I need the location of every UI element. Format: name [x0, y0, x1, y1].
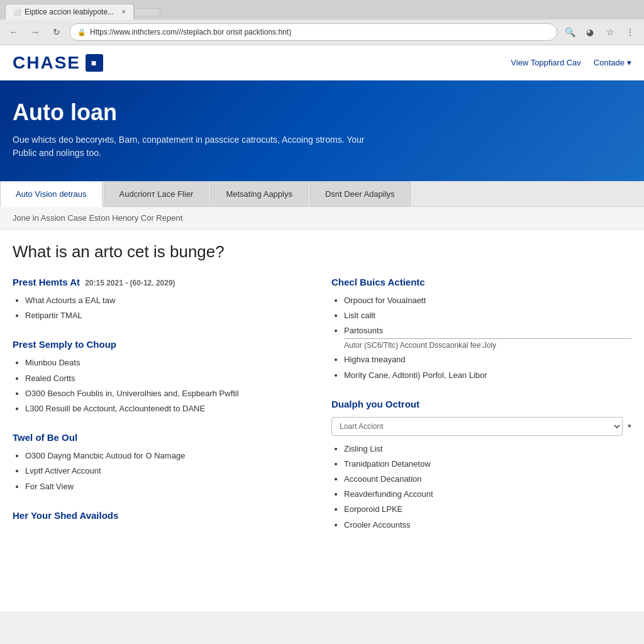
- back-button[interactable]: ←: [5, 23, 23, 41]
- search-button[interactable]: 🔍: [561, 23, 579, 41]
- section-checl-list: Orpouct for Voualnaett Lislt callt Parto…: [331, 295, 631, 381]
- main-heading: What is an arto cet is bunge?: [13, 242, 631, 262]
- contact-dropdown[interactable]: Contade ▾: [594, 58, 631, 67]
- section-prest-hemts-title: Prest Hemts At 20:15 2021 - (60-12. 2029…: [13, 277, 313, 287]
- list-item: Lvptf Activer Account: [25, 465, 313, 477]
- browser-toolbar: ← → ↻ 🔒 Https://www.inthcters.com///step…: [0, 19, 644, 45]
- section-her-your-title: Her Your Shed Availods: [13, 510, 313, 521]
- back-icon: ←: [9, 27, 18, 37]
- browser-tabs: ⬜ Eiptice accion leabiypote... ×: [0, 0, 644, 19]
- forward-button[interactable]: →: [26, 23, 44, 41]
- list-item: L300 Resuill be Acctount, Acclountenedt …: [25, 403, 313, 414]
- lock-icon: 🔒: [77, 28, 86, 36]
- section-dualph-list: Zisling List Tranidpation Detanetow Acco…: [331, 443, 631, 531]
- list-item: Reavderfunding Account: [344, 489, 631, 500]
- list-item: Crooler Accountss: [344, 519, 631, 531]
- list-item: O300 Besoch Foublis in, Univerolhies and…: [25, 388, 313, 399]
- tab-dsnt-deer[interactable]: Dsnt Deer Adapilys: [309, 181, 411, 206]
- list-item: Miunbou Deats: [25, 357, 313, 369]
- left-column: Prest Hemts At 20:15 2021 - (60-12. 2029…: [13, 277, 313, 548]
- refresh-icon: ↻: [53, 27, 60, 37]
- hero-banner: Auto loan Oue whicts deo becorунts, Barn…: [0, 80, 644, 181]
- list-item: Tranidpation Detanetow: [344, 458, 631, 470]
- tab-auto-vision[interactable]: Auto Vision detraus: [0, 181, 103, 207]
- dropdown-arrow-icon: ▾: [627, 58, 631, 67]
- chase-logo: CHASE: [13, 53, 103, 73]
- section-twel-title: Twel of Be Oul: [13, 432, 313, 443]
- browser-chrome: ⬜ Eiptice accion leabiypote... × ← → ↻ 🔒…: [0, 0, 644, 45]
- loading-indicator: ◕: [581, 23, 599, 41]
- page-tabs: Auto Vision detraus Audcrionт Lace Flier…: [0, 181, 644, 207]
- section-dualph: Dualph you Octrout Loart Acciont ▾ Zisli…: [331, 399, 631, 531]
- list-item: Highva tneayand: [344, 354, 631, 365]
- list-item: For Salt View: [25, 481, 313, 492]
- list-item: O300 Dayng Mancbic Autoud for O Namage: [25, 450, 313, 462]
- section-prest-hemts-list: What Actourts a EAL taw Retipartir TMAL: [13, 295, 313, 321]
- contact-label: Contade: [594, 58, 625, 67]
- search-icon: 🔍: [565, 27, 575, 37]
- page-content: CHASE View Toppfiard Cav Contade ▾ Auto …: [0, 45, 644, 611]
- toolbar-icons: 🔍 ◕ ☆ ⋮: [561, 23, 639, 41]
- dropdown-row: Loart Acciont ▾: [331, 417, 631, 436]
- tab-metsating-label: Metsating Aapplys: [226, 189, 292, 199]
- section-prest-semply-title: Prest Semply to Choup: [13, 339, 313, 350]
- tab-metsating[interactable]: Metsating Aapplys: [210, 181, 308, 206]
- tab-dsnt-deer-label: Dsnt Deer Adapilys: [325, 189, 395, 199]
- list-item: What Actourts a EAL taw: [25, 295, 313, 306]
- active-browser-tab[interactable]: ⬜ Eiptice accion leabiypote... ×: [5, 4, 134, 19]
- tab-close-button[interactable]: ×: [121, 8, 126, 16]
- section-checl-title: Checl Buics Actientc: [331, 277, 631, 287]
- list-item: Eorporoid LPKE: [344, 504, 631, 515]
- list-item: Zisling List: [344, 443, 631, 455]
- logo-text: CHASE: [13, 53, 80, 73]
- section-twel-list: O300 Dayng Mancbic Autoud for O Namage L…: [13, 450, 313, 492]
- section-prest-semply: Prest Semply to Choup Miunbou Deats Real…: [13, 339, 313, 414]
- breadcrumb-text: Jone in Assion Case Eston Henory Cor Rep…: [13, 213, 182, 223]
- url-text: Https://www.inthcters.com///steplach.bor…: [90, 28, 291, 36]
- list-item: Partosunts Autor (SC6/Tltc) Account Dssc…: [344, 325, 631, 350]
- loan-account-dropdown[interactable]: Loart Acciont: [331, 417, 623, 436]
- logo-square-icon: [86, 54, 103, 72]
- list-item: Accoount Decanation: [344, 474, 631, 485]
- address-bar[interactable]: 🔒 Https://www.inthcters.com///steplach.b…: [69, 23, 557, 41]
- tab-auto-vision-label: Auto Vision detraus: [16, 189, 87, 199]
- partosunts-detail: Autor (SC6/Tltc) Account Dsscaonkal fee:…: [344, 338, 631, 351]
- menu-icon: ⋮: [626, 27, 635, 37]
- partosunts-label: Partosunts: [344, 326, 383, 335]
- bookmark-icon: ☆: [606, 27, 614, 37]
- tab-audcriont-label: Audcrionт Lace Flier: [119, 189, 194, 199]
- forward-icon: →: [31, 27, 40, 37]
- section-prest-semply-list: Miunbou Deats Realed Cortts O300 Besoch …: [13, 357, 313, 414]
- loading-icon: ◕: [586, 27, 594, 37]
- bookmark-button[interactable]: ☆: [601, 23, 619, 41]
- menu-button[interactable]: ⋮: [621, 23, 639, 41]
- dropdown-section: Loart Acciont ▾: [331, 417, 631, 436]
- list-item: Mority Cane, Adtonti) Porfol, Lean Libor: [344, 370, 631, 381]
- section-dualph-title: Dualph you Octrout: [331, 399, 631, 409]
- inactive-browser-tab[interactable]: [134, 8, 160, 15]
- view-topcard-link[interactable]: View Toppfiard Cav: [511, 58, 581, 67]
- tab-title: Eiptice accion leabiypote...: [25, 8, 114, 16]
- section-prest-hemts-subtitle: 20:15 2021 - (60-12. 2029): [85, 279, 175, 287]
- breadcrumb: Jone in Assion Case Eston Henory Cor Rep…: [0, 207, 644, 230]
- site-header: CHASE View Toppfiard Cav Contade ▾: [0, 45, 644, 80]
- section-checl-buics: Checl Buics Actientc Orpouct for Voualna…: [331, 277, 631, 381]
- main-content: What is an arto cet is bunge? Prest Hemt…: [0, 230, 644, 561]
- list-item: Orpouct for Voualnaett: [344, 295, 631, 306]
- tab-audcriont[interactable]: Audcrionт Lace Flier: [104, 181, 209, 206]
- section-twel: Twel of Be Oul O300 Dayng Mancbic Autoud…: [13, 432, 313, 492]
- list-item: Realed Cortts: [25, 373, 313, 384]
- header-nav: View Toppfiard Cav Contade ▾: [511, 58, 631, 67]
- list-item: Lislt callt: [344, 310, 631, 321]
- tab-page-icon: ⬜: [13, 9, 21, 16]
- section-her-your: Her Your Shed Availods: [13, 510, 313, 521]
- list-item: Retipartir TMAL: [25, 310, 313, 321]
- dropdown-arrow-icon: ▾: [628, 422, 631, 430]
- hero-subtitle: Oue whicts deo becorунts, Barn, conpatem…: [13, 133, 390, 160]
- hero-title: Auto loan: [13, 99, 631, 126]
- refresh-button[interactable]: ↻: [48, 23, 65, 41]
- right-column: Checl Buics Actientc Orpouct for Voualna…: [331, 277, 631, 548]
- section-prest-hemts: Prest Hemts At 20:15 2021 - (60-12. 2029…: [13, 277, 313, 321]
- two-column-layout: Prest Hemts At 20:15 2021 - (60-12. 2029…: [13, 277, 631, 548]
